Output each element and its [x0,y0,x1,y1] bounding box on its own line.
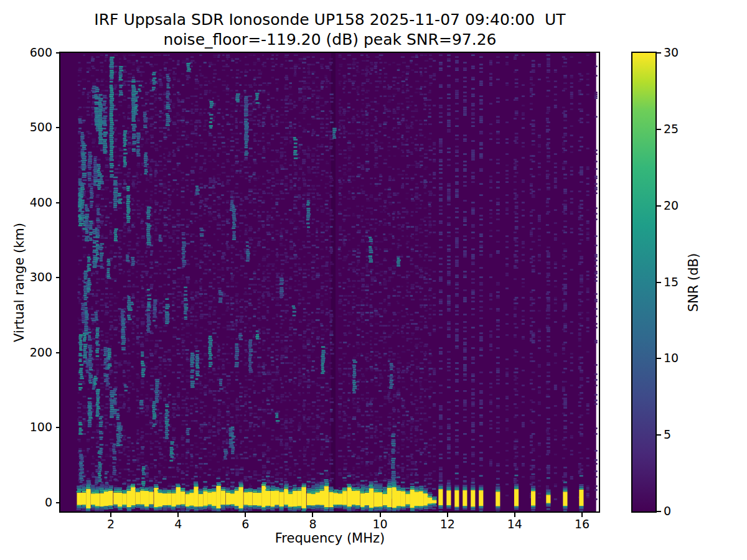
colorbar-tick [657,358,661,359]
colorbar-tick [657,282,661,283]
colorbar-tick [657,52,661,54]
y-tick-label: 400 [4,195,52,209]
x-tick [245,513,246,517]
x-tick [110,513,111,517]
x-tick-label: 8 [288,517,337,531]
y-tick [56,277,60,278]
y-tick-label: 0 [4,495,52,509]
x-tick-label: 2 [86,517,136,531]
colorbar-tick-label: 5 [664,427,701,441]
x-tick-label: 14 [490,517,540,531]
colorbar-tick [657,129,661,130]
y-tick [56,502,60,503]
figure-title: IRF Uppsala SDR Ionosonde UP158 2025-11-… [60,10,599,30]
colorbar-tick [657,511,661,512]
colorbar-gradient [632,53,655,511]
x-tick-label: 4 [153,517,203,531]
y-tick [56,427,60,428]
x-axis-label: Frequency (MHz) [60,531,599,546]
y-tick-label: 200 [4,345,52,359]
x-tick [581,513,583,517]
colorbar-tick-label: 25 [664,122,701,136]
figure-title-block: IRF Uppsala SDR Ionosonde UP158 2025-11-… [60,10,599,50]
colorbar-tick [657,434,661,436]
y-tick [56,202,60,203]
y-tick-label: 500 [4,120,52,134]
ionogram-heatmap [60,53,599,511]
x-tick-label: 10 [355,517,405,531]
x-tick-label: 12 [423,517,472,531]
x-tick [380,513,381,517]
colorbar-tick [657,205,661,207]
y-tick-label: 100 [4,420,52,434]
colorbar-tick-label: 15 [664,275,701,289]
colorbar-tick-label: 20 [664,198,701,212]
plot-frame [60,53,599,511]
colorbar-tick-label: 30 [664,45,701,59]
y-tick-label: 600 [4,45,52,59]
x-tick [177,513,179,517]
colorbar-tick-label: 0 [664,504,701,518]
figure-subtitle: noise_floor=-119.20 (dB) peak SNR=97.26 [60,30,599,50]
x-tick-label: 16 [557,517,607,531]
x-tick-label: 6 [220,517,270,531]
x-tick [514,513,515,517]
colorbar-tick-label: 10 [664,351,701,365]
ionogram-figure: IRF Uppsala SDR Ionosonde UP158 2025-11-… [0,0,747,560]
y-tick [56,352,60,353]
x-tick [312,513,313,517]
x-tick [447,513,448,517]
y-tick [56,127,60,128]
y-tick-label: 300 [4,270,52,284]
y-tick [56,52,60,54]
